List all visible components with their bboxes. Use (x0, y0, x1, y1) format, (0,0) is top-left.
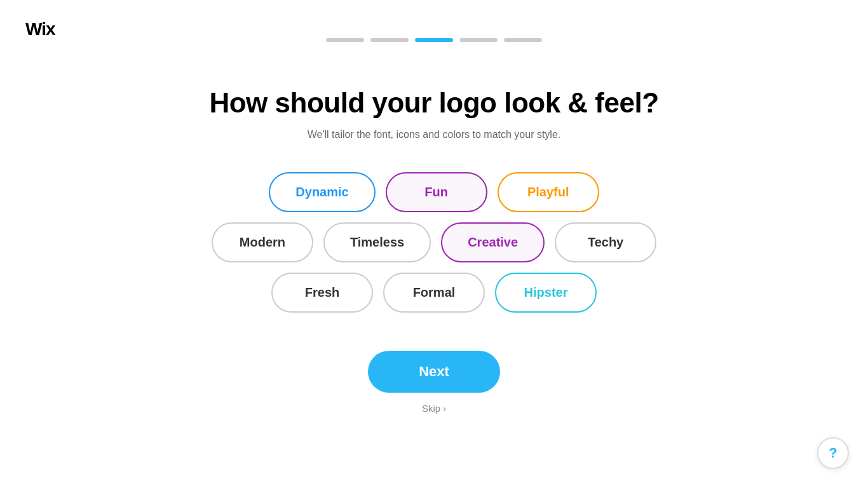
help-button[interactable]: ? (817, 437, 849, 469)
progress-segment-1 (326, 38, 364, 42)
page-title: How should your logo look & feel? (209, 87, 658, 119)
page-subtitle: We'll tailor the font, icons and colors … (308, 129, 561, 140)
option-playful[interactable]: Playful (498, 172, 599, 212)
option-techy[interactable]: Techy (555, 222, 656, 262)
options-row-2: Modern Timeless Creative Techy (212, 222, 656, 262)
next-button[interactable]: Next (368, 351, 500, 393)
chevron-right-icon: › (443, 403, 446, 414)
options-row-1: Dynamic Fun Playful (269, 172, 599, 212)
progress-segment-5 (504, 38, 542, 42)
option-fresh[interactable]: Fresh (271, 273, 373, 313)
options-container: Dynamic Fun Playful Modern Timeless Crea… (212, 172, 656, 313)
option-fun[interactable]: Fun (386, 172, 487, 212)
skip-link[interactable]: Skip › (422, 403, 446, 414)
option-timeless[interactable]: Timeless (323, 222, 431, 262)
option-dynamic[interactable]: Dynamic (269, 172, 375, 212)
option-hipster[interactable]: Hipster (495, 273, 597, 313)
options-row-3: Fresh Formal Hipster (271, 273, 597, 313)
progress-bar (326, 38, 542, 42)
progress-segment-3 (415, 38, 453, 42)
progress-segment-2 (370, 38, 409, 42)
main-content: How should your logo look & feel? We'll … (0, 0, 868, 488)
wix-logo: Wix (25, 19, 55, 39)
option-formal[interactable]: Formal (383, 273, 485, 313)
skip-label: Skip (422, 403, 440, 414)
option-creative[interactable]: Creative (441, 222, 545, 262)
progress-segment-4 (459, 38, 498, 42)
option-modern[interactable]: Modern (212, 222, 313, 262)
